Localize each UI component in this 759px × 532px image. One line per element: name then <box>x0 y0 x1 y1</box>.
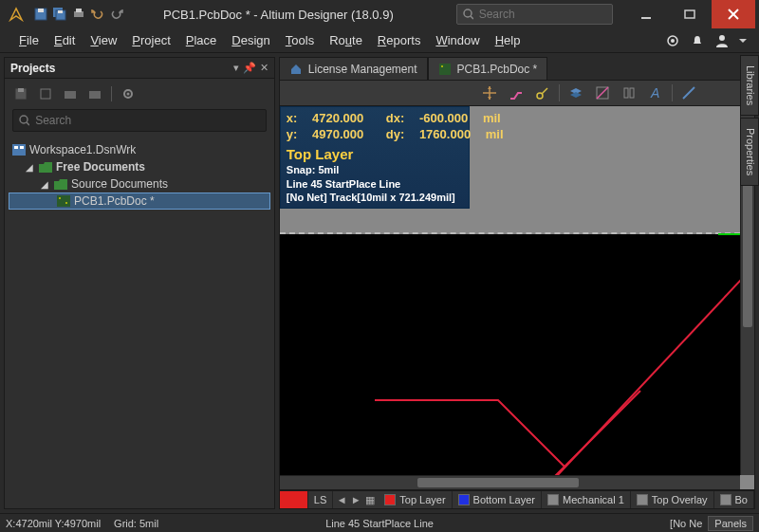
workspace-icon <box>12 143 26 156</box>
redo-icon[interactable] <box>108 6 125 23</box>
save-icon[interactable] <box>32 6 49 23</box>
add-icon[interactable] <box>86 85 103 102</box>
tree-free-documents[interactable]: ◢ Free Documents <box>9 158 270 175</box>
print-icon[interactable] <box>70 6 87 23</box>
svg-line-24 <box>27 122 29 125</box>
tree-source-documents[interactable]: ◢ Source Documents <box>9 175 270 193</box>
menu-bar: File Edit View Project Place Design Tool… <box>0 28 759 53</box>
svg-rect-25 <box>12 144 26 156</box>
tree-label: PCB1.PcbDoc * <box>74 194 155 208</box>
layer-active-indicator[interactable] <box>280 491 308 508</box>
menu-route[interactable]: Route <box>322 31 370 49</box>
tree-label: Workspace1.DsnWrk <box>29 143 136 156</box>
gear-icon[interactable] <box>120 85 137 102</box>
tool-2d-icon[interactable] <box>592 83 613 103</box>
layer-tab-overlay[interactable]: Top Overlay <box>631 491 714 508</box>
panel-search[interactable] <box>12 109 267 132</box>
menu-tools[interactable]: Tools <box>278 31 322 49</box>
tool-key-icon[interactable] <box>532 83 553 103</box>
svg-line-36 <box>597 87 608 99</box>
undo-icon[interactable] <box>89 6 106 23</box>
layer-tab-top[interactable]: Top Layer <box>379 491 452 508</box>
caret-icon[interactable]: ◢ <box>41 179 50 190</box>
svg-rect-1 <box>38 9 44 12</box>
home-icon <box>289 63 303 76</box>
canvas-background <box>280 234 740 475</box>
tab-pcb[interactable]: PCB1.PcbDoc * <box>428 57 548 80</box>
global-search[interactable] <box>456 4 613 25</box>
tool-filter-icon[interactable] <box>619 83 639 103</box>
svg-point-22 <box>127 93 130 96</box>
status-net: [No Ne <box>670 518 702 529</box>
status-mode: Line 45 StartPlace Line <box>325 518 434 529</box>
nav-next-icon[interactable]: ► <box>349 494 362 505</box>
menu-view[interactable]: View <box>83 31 124 49</box>
menu-project[interactable]: Project <box>124 31 177 49</box>
settings-icon[interactable] <box>664 32 681 49</box>
search-input[interactable] <box>479 8 606 21</box>
save-icon[interactable] <box>12 85 29 102</box>
tool-drag-icon[interactable] <box>479 83 500 103</box>
window-controls <box>624 0 755 28</box>
svg-line-40 <box>683 87 694 99</box>
project-icon[interactable] <box>62 85 79 102</box>
menu-help[interactable]: Help <box>488 31 528 49</box>
tab-label: PCB1.PcbDoc * <box>457 63 538 76</box>
nav-list-icon[interactable]: ▦ <box>363 494 377 506</box>
tab-license[interactable]: License Management <box>279 57 428 80</box>
tree-workspace[interactable]: Workspace1.DsnWrk <box>9 141 270 158</box>
panel-search-input[interactable] <box>35 114 260 127</box>
user-icon[interactable] <box>713 32 731 49</box>
svg-rect-6 <box>76 9 82 12</box>
maximize-button[interactable] <box>668 0 712 28</box>
panel-pin-icon[interactable]: 📌 <box>243 62 256 74</box>
menu-design[interactable]: Design <box>224 31 277 49</box>
tool-text-icon[interactable]: A <box>645 83 666 103</box>
panel-close-icon[interactable]: ✕ <box>260 62 268 74</box>
caret-icon[interactable]: ◢ <box>26 162 35 173</box>
menu-file[interactable]: File <box>11 31 46 49</box>
svg-rect-10 <box>685 10 694 18</box>
layer-tab-bottom[interactable]: Bottom Layer <box>453 491 542 508</box>
layer-set-button[interactable]: LS <box>308 491 333 508</box>
svg-rect-27 <box>20 146 24 149</box>
pcb-canvas[interactable]: x: 4720.000 dx: -600.000 mil y: 4970.000… <box>279 106 755 490</box>
heads-up-display: x: 4720.000 dx: -600.000 mil y: 4970.000… <box>280 106 470 209</box>
menu-place[interactable]: Place <box>178 31 225 49</box>
side-tab-properties[interactable]: Properties <box>740 118 759 186</box>
svg-point-30 <box>65 202 67 204</box>
scrollbar-horizontal[interactable] <box>280 475 740 489</box>
layer-tab-mechanical[interactable]: Mechanical 1 <box>542 491 631 508</box>
close-button[interactable] <box>712 0 755 28</box>
tool-line-icon[interactable] <box>678 83 699 103</box>
nav-prev-icon[interactable]: ◄ <box>335 494 348 505</box>
menu-window[interactable]: Window <box>428 31 487 49</box>
hud-layer: Top Layer <box>287 145 463 164</box>
menu-reports[interactable]: Reports <box>370 31 429 49</box>
save-all-icon[interactable] <box>51 6 68 23</box>
tree-pcb-doc[interactable]: PCB1.PcbDoc * <box>9 193 270 210</box>
layer-bar: LS ◄ ► ▦ Top Layer Bottom Layer Mechanic… <box>279 490 755 509</box>
tool-layers-icon[interactable] <box>565 83 586 103</box>
svg-point-15 <box>719 35 725 41</box>
svg-rect-38 <box>630 88 634 98</box>
user-dropdown-icon[interactable] <box>738 32 748 49</box>
projects-panel: Projects ▾ 📌 ✕ Workspace1.DsnWrk <box>4 57 275 509</box>
bell-icon[interactable] <box>689 32 706 49</box>
tab-label: License Management <box>308 63 417 76</box>
panel-header: Projects ▾ 📌 ✕ <box>5 58 274 79</box>
panel-dropdown-icon[interactable]: ▾ <box>233 62 239 74</box>
status-bar: X:4720mil Y:4970mil Grid: 5mil Line 45 S… <box>0 513 759 532</box>
menu-edit[interactable]: Edit <box>46 31 83 49</box>
side-tab-libraries[interactable]: Libraries <box>740 55 759 116</box>
compile-icon[interactable] <box>37 85 54 102</box>
svg-text:A: A <box>650 85 659 101</box>
search-icon <box>463 9 473 20</box>
layer-tab-extra[interactable]: Bo <box>714 491 754 508</box>
svg-rect-28 <box>57 195 70 207</box>
panels-button[interactable]: Panels <box>708 516 753 531</box>
search-icon <box>19 115 29 126</box>
app-logo-icon <box>8 6 25 23</box>
minimize-button[interactable] <box>624 0 668 28</box>
tool-route-icon[interactable] <box>506 83 527 103</box>
